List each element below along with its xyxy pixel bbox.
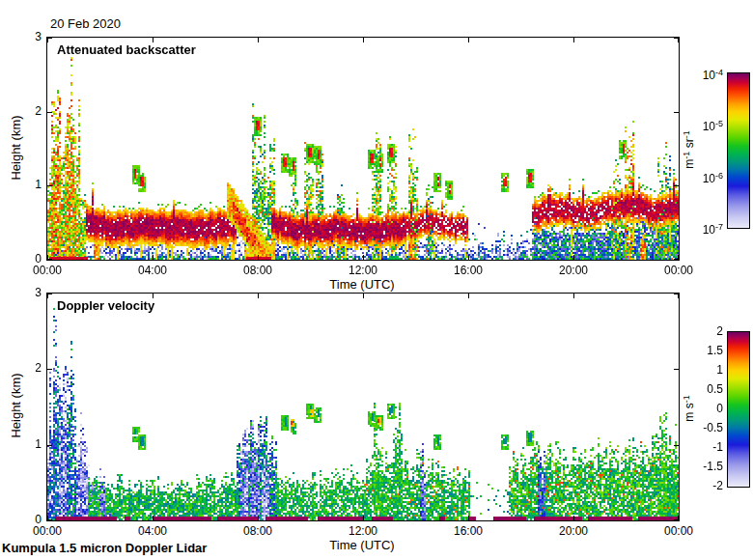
lidar-quicklook-figure: 20 Feb 2020 Attenuated backscatter Doppl… [0,0,753,560]
colorbar-tick-label: 10-6 [681,168,723,186]
y-tick-label: 3 [13,285,42,300]
x-tick-label: 20:00 [552,263,595,278]
velocity-colorbar [727,331,750,488]
x-tick-label: 04:00 [131,523,174,539]
colorbar-tick-label: -0.5 [681,420,723,435]
x-tick-label: 20:00 [552,523,595,539]
colorbar-tick-label: -1.5 [681,459,723,474]
x-tick-label: 08:00 [237,523,279,539]
y-tick-label: 1 [13,436,42,452]
colorbar-tick-label: -2 [681,478,723,493]
y-tick-label: 2 [13,103,42,119]
y-tick-label: 1 [13,177,42,192]
x-tick-label: 04:00 [131,263,174,278]
colorbar-tick-label: 10-5 [681,116,723,134]
x-tick-label: 16:00 [447,263,489,278]
doppler-plot-area: Doppler velocity [46,293,680,521]
colorbar-tick-label: 1 [681,362,723,378]
doppler-x-axis-label: Time (UTC) [304,538,420,552]
y-tick-label: 3 [13,29,42,44]
backscatter-plot-area: Attenuated backscatter [46,37,680,261]
x-tick-label: 12:00 [342,523,384,539]
figure-caption: Kumpula 1.5 micron Doppler Lidar [2,541,207,555]
backscatter-x-axis-label: Time (UTC) [304,277,420,292]
colorbar-tick-label: 1.5 [681,343,723,358]
x-tick-label: 00:00 [657,523,700,539]
doppler-heatmap-canvas [47,294,679,520]
y-tick-label: 2 [13,360,42,376]
colorbar-tick-label: 10-4 [681,65,723,83]
backscatter-colorbar [727,72,750,229]
x-tick-label: 16:00 [447,523,489,539]
doppler-plot-title: Doppler velocity [57,298,154,313]
x-tick-label: 12:00 [342,263,384,278]
date-label: 20 Feb 2020 [50,16,121,31]
y-tick-label: 0 [13,251,42,266]
backscatter-heatmap-canvas [47,38,679,260]
colorbar-tick-label: -1 [681,439,723,455]
colorbar-tick-label: 0 [681,401,723,416]
x-tick-label: 08:00 [237,263,279,278]
colorbar-tick-label: 10-7 [681,219,723,238]
backscatter-colorbar-unit: m-1 sr-1 [682,92,695,208]
colorbar-tick-label: 2 [681,323,723,339]
x-tick-label: 00:00 [657,263,700,278]
y-tick-label: 0 [13,512,42,527]
backscatter-plot-title: Attenuated backscatter [57,42,196,57]
colorbar-tick-label: 0.5 [681,381,723,397]
